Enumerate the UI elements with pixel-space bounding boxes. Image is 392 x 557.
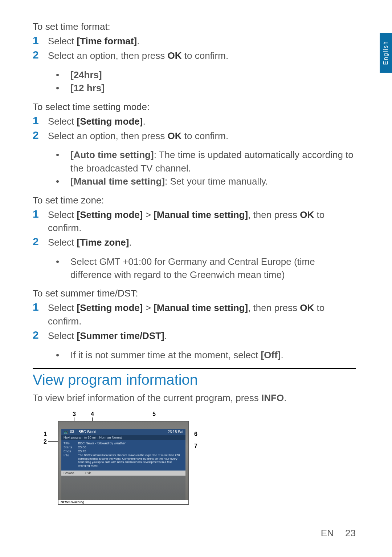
callout-7: 7 [194, 443, 197, 449]
osd-screenshot: 📺 03 BBC World 23:15 Sat Next program in… [58, 421, 189, 505]
step-text: Select an option, then press OK to confi… [48, 48, 228, 62]
section-intro-time-format: To set time format: [33, 21, 356, 32]
paragraph: To view brief information of the current… [33, 392, 356, 404]
bullet-item: [12 hrs] [56, 81, 356, 94]
step-number: 2 [33, 129, 48, 142]
step-number: 1 [33, 114, 48, 127]
step-number: 1 [33, 207, 48, 221]
step-number: 1 [33, 34, 48, 47]
section-intro-setting-mode: To select time setting mode: [33, 101, 356, 113]
channel-icon: 📺 [64, 430, 68, 434]
step-text: Select [Setting mode] > [Manual time set… [48, 300, 356, 328]
program-info-figure: 3 4 5 1 2 6 7 📺 03 BBC World 23:15 Sat N… [44, 411, 203, 505]
section-divider [33, 368, 356, 369]
channel-name: BBC World [78, 430, 168, 434]
callout-2: 2 [44, 439, 47, 445]
osd-next-program: Next program in 10 min. Norman Normal [61, 435, 185, 440]
callout-6: 6 [194, 431, 197, 437]
section-intro-dst: To set summer time/DST: [33, 288, 356, 299]
page-footer: EN 23 [321, 528, 356, 539]
step-text: Select [Setting mode]. [48, 114, 146, 128]
callout-5: 5 [152, 411, 156, 417]
step-number: 2 [33, 328, 48, 342]
step-text: Select [Setting mode] > [Manual time set… [48, 207, 356, 235]
step-number: 2 [33, 235, 48, 248]
osd-clock: 23:15 Sat [168, 430, 183, 434]
footer-browse: Browse [64, 471, 74, 475]
footer-exit: Exit [85, 471, 91, 475]
footer-lang: EN [321, 528, 334, 538]
osd-body: TitleBBC News - followed by weather Star… [61, 440, 185, 471]
osd-footer: Browse Exit [61, 471, 185, 476]
callout-1: 1 [44, 431, 47, 437]
bullet-item: Select GMT +01:00 for Germany and Centra… [56, 255, 356, 282]
news-ticker: NEWS Warning [58, 500, 188, 504]
step-text: Select [Time format]. [48, 34, 139, 48]
page-content: To set time format: 1 Select [Time forma… [0, 0, 392, 505]
language-tab: English [380, 33, 392, 73]
callout-4: 4 [91, 411, 94, 417]
step-number: 1 [33, 300, 48, 314]
callout-3: 3 [73, 411, 76, 417]
channel-number: 03 [70, 430, 74, 434]
footer-page-number: 23 [345, 528, 356, 538]
bullet-item: [Manual time setting]: Set your time man… [56, 175, 356, 188]
section-intro-time-zone: To set time zone: [33, 195, 356, 206]
step-text: Select [Time zone]. [48, 235, 132, 249]
step-text: Select [Summer time/DST]. [48, 328, 167, 342]
step-text: Select an option, then press OK to confi… [48, 129, 228, 142]
heading-view-program-info: View program information [33, 372, 356, 388]
bullet-item: If it is not summer time at the moment, … [56, 348, 356, 362]
bullet-item: [24hrs] [56, 68, 356, 81]
step-number: 2 [33, 48, 48, 61]
osd-header: 📺 03 BBC World 23:15 Sat [61, 429, 185, 435]
bullet-item: [Auto time setting]: The time is updated… [56, 148, 356, 175]
